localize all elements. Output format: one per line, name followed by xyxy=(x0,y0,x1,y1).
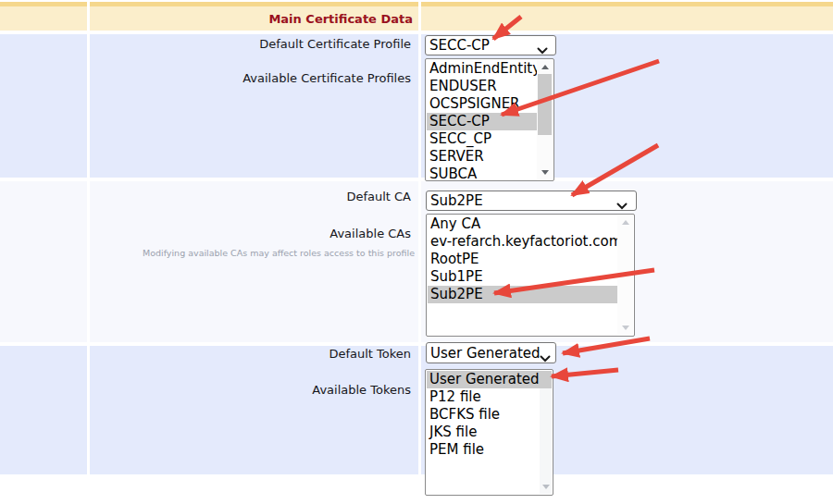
row1-cell-left xyxy=(0,34,87,178)
list-option[interactable]: P12 file xyxy=(427,388,552,406)
label-default-certificate-profile: Default Certificate Profile xyxy=(90,37,411,52)
list-option[interactable]: AdminEndEntity xyxy=(427,60,537,78)
list-option[interactable]: SECC_CP xyxy=(427,130,537,148)
edit-certificate-profile-page: Main Certificate Data Default Certificat… xyxy=(0,0,833,504)
list-option[interactable]: ENDUSER xyxy=(427,78,537,95)
scrollbar-track[interactable] xyxy=(617,215,633,335)
chevron-down-icon xyxy=(537,42,548,55)
list-option[interactable]: BCFKS file xyxy=(427,406,552,424)
list-option[interactable]: SECC-CP xyxy=(427,113,537,130)
list-option[interactable]: User Generated xyxy=(427,371,552,388)
default-certificate-profile-select[interactable]: SECC-CP xyxy=(425,35,556,55)
list-option[interactable]: JKS file xyxy=(427,424,552,441)
chevron-down-icon xyxy=(616,197,628,211)
default-token-select[interactable]: User Generated xyxy=(426,342,556,363)
scrollbar-down-icon[interactable] xyxy=(617,321,633,335)
option-list: Any CAev-refarch.keyfactoriot.comRootPES… xyxy=(428,215,617,335)
label-default-ca: Default CA xyxy=(90,190,411,204)
row1-cell-label xyxy=(90,34,418,178)
scrollbar[interactable] xyxy=(617,215,633,335)
available-tokens-listbox[interactable]: User GeneratedP12 fileBCFKS fileJKS file… xyxy=(425,369,553,496)
list-option[interactable]: OCSPSIGNER xyxy=(427,95,537,113)
chevron-down-icon xyxy=(540,350,551,364)
header-cell-left xyxy=(0,2,87,31)
list-option[interactable]: ev-refarch.keyfactoriot.com xyxy=(428,233,617,251)
label-available-tokens: Available Tokens xyxy=(90,383,411,398)
option-list: User GeneratedP12 fileBCFKS fileJKS file… xyxy=(427,371,552,494)
scrollbar[interactable] xyxy=(537,60,553,179)
label-available-cas: Available CAs xyxy=(90,227,411,241)
scrollbar-up-icon[interactable] xyxy=(537,60,553,74)
scrollbar[interactable] xyxy=(540,388,552,494)
default-token-value: User Generated xyxy=(430,345,541,362)
default-certificate-profile-value: SECC-CP xyxy=(429,37,490,54)
row2-cell-label xyxy=(90,181,418,342)
row3-cell-left xyxy=(0,346,87,474)
row3-cell-label xyxy=(90,346,418,474)
section-title: Main Certificate Data xyxy=(90,12,413,26)
scrollbar-down-icon[interactable] xyxy=(537,166,553,179)
scrollbar-up-icon[interactable] xyxy=(617,215,633,229)
list-option[interactable]: Any CA xyxy=(428,215,617,233)
list-option[interactable]: Sub2PE xyxy=(428,286,617,303)
available-certificate-profiles-listbox[interactable]: AdminEndEntityENDUSEROCSPSIGNERSECC-CPSE… xyxy=(425,58,554,181)
scrollbar-down-icon[interactable] xyxy=(540,480,552,494)
scrollbar-track[interactable] xyxy=(540,388,552,494)
list-option[interactable]: RootPE xyxy=(428,251,617,268)
list-option[interactable]: Sub1PE xyxy=(428,268,617,286)
label-available-certificate-profiles: Available Certificate Profiles xyxy=(90,71,411,86)
scrollbar-thumb[interactable] xyxy=(538,74,552,135)
list-option[interactable]: SUBCA xyxy=(427,166,537,181)
label-default-token: Default Token xyxy=(90,347,411,362)
option-list: AdminEndEntityENDUSEROCSPSIGNERSECC-CPSE… xyxy=(427,60,537,179)
list-option[interactable]: PEM file xyxy=(427,441,552,459)
available-cas-listbox[interactable]: Any CAev-refarch.keyfactoriot.comRootPES… xyxy=(426,214,635,337)
header-cell-right xyxy=(421,2,833,31)
row2-cell-left xyxy=(0,181,87,342)
default-ca-select[interactable]: Sub2PE xyxy=(426,191,637,211)
available-cas-note: Modifying available CAs may affect roles… xyxy=(90,248,415,259)
list-option[interactable]: SERVER xyxy=(427,148,537,166)
default-ca-value: Sub2PE xyxy=(430,192,483,209)
